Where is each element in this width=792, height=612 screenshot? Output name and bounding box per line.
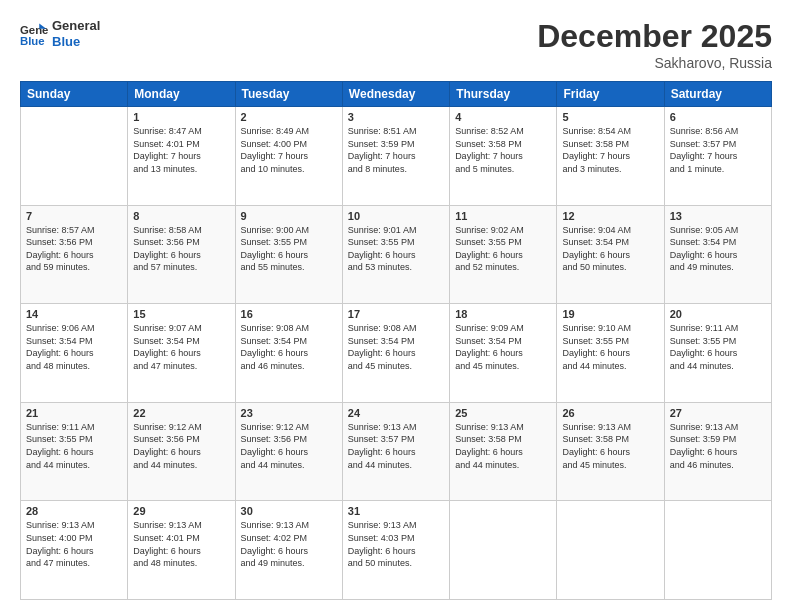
calendar-cell: [450, 501, 557, 600]
day-info: Sunrise: 9:08 AM Sunset: 3:54 PM Dayligh…: [241, 322, 337, 372]
subtitle: Sakharovo, Russia: [537, 55, 772, 71]
day-info: Sunrise: 9:13 AM Sunset: 4:01 PM Dayligh…: [133, 519, 229, 569]
header-day: Friday: [557, 82, 664, 107]
calendar-cell: 21Sunrise: 9:11 AM Sunset: 3:55 PM Dayli…: [21, 402, 128, 501]
calendar-cell: [664, 501, 771, 600]
day-number: 14: [26, 308, 122, 320]
day-number: 20: [670, 308, 766, 320]
calendar-cell: [557, 501, 664, 600]
day-info: Sunrise: 8:57 AM Sunset: 3:56 PM Dayligh…: [26, 224, 122, 274]
calendar-table: SundayMondayTuesdayWednesdayThursdayFrid…: [20, 81, 772, 600]
calendar-cell: 2Sunrise: 8:49 AM Sunset: 4:00 PM Daylig…: [235, 107, 342, 206]
day-number: 18: [455, 308, 551, 320]
day-number: 3: [348, 111, 444, 123]
calendar-week: 14Sunrise: 9:06 AM Sunset: 3:54 PM Dayli…: [21, 304, 772, 403]
day-info: Sunrise: 8:56 AM Sunset: 3:57 PM Dayligh…: [670, 125, 766, 175]
day-number: 28: [26, 505, 122, 517]
calendar-cell: 12Sunrise: 9:04 AM Sunset: 3:54 PM Dayli…: [557, 205, 664, 304]
day-info: Sunrise: 9:12 AM Sunset: 3:56 PM Dayligh…: [241, 421, 337, 471]
header-day: Wednesday: [342, 82, 449, 107]
day-info: Sunrise: 9:13 AM Sunset: 4:03 PM Dayligh…: [348, 519, 444, 569]
calendar-cell: 28Sunrise: 9:13 AM Sunset: 4:00 PM Dayli…: [21, 501, 128, 600]
calendar-cell: 9Sunrise: 9:00 AM Sunset: 3:55 PM Daylig…: [235, 205, 342, 304]
calendar-week: 1Sunrise: 8:47 AM Sunset: 4:01 PM Daylig…: [21, 107, 772, 206]
day-info: Sunrise: 8:49 AM Sunset: 4:00 PM Dayligh…: [241, 125, 337, 175]
day-number: 10: [348, 210, 444, 222]
day-info: Sunrise: 9:13 AM Sunset: 3:58 PM Dayligh…: [455, 421, 551, 471]
calendar-cell: [21, 107, 128, 206]
day-number: 17: [348, 308, 444, 320]
day-info: Sunrise: 9:10 AM Sunset: 3:55 PM Dayligh…: [562, 322, 658, 372]
day-info: Sunrise: 9:13 AM Sunset: 3:58 PM Dayligh…: [562, 421, 658, 471]
calendar-cell: 3Sunrise: 8:51 AM Sunset: 3:59 PM Daylig…: [342, 107, 449, 206]
calendar-week: 7Sunrise: 8:57 AM Sunset: 3:56 PM Daylig…: [21, 205, 772, 304]
day-number: 4: [455, 111, 551, 123]
day-info: Sunrise: 9:13 AM Sunset: 4:00 PM Dayligh…: [26, 519, 122, 569]
day-info: Sunrise: 8:47 AM Sunset: 4:01 PM Dayligh…: [133, 125, 229, 175]
day-info: Sunrise: 8:58 AM Sunset: 3:56 PM Dayligh…: [133, 224, 229, 274]
logo-line1: General: [52, 18, 100, 34]
logo-icon: General Blue: [20, 20, 48, 48]
day-info: Sunrise: 9:00 AM Sunset: 3:55 PM Dayligh…: [241, 224, 337, 274]
day-number: 6: [670, 111, 766, 123]
logo-line2: Blue: [52, 34, 100, 50]
day-number: 8: [133, 210, 229, 222]
day-number: 21: [26, 407, 122, 419]
calendar-cell: 6Sunrise: 8:56 AM Sunset: 3:57 PM Daylig…: [664, 107, 771, 206]
day-number: 11: [455, 210, 551, 222]
title-block: December 2025 Sakharovo, Russia: [537, 18, 772, 71]
calendar-cell: 24Sunrise: 9:13 AM Sunset: 3:57 PM Dayli…: [342, 402, 449, 501]
day-info: Sunrise: 9:13 AM Sunset: 3:57 PM Dayligh…: [348, 421, 444, 471]
calendar-cell: 8Sunrise: 8:58 AM Sunset: 3:56 PM Daylig…: [128, 205, 235, 304]
calendar-cell: 19Sunrise: 9:10 AM Sunset: 3:55 PM Dayli…: [557, 304, 664, 403]
day-number: 7: [26, 210, 122, 222]
day-number: 16: [241, 308, 337, 320]
header-row: SundayMondayTuesdayWednesdayThursdayFrid…: [21, 82, 772, 107]
day-number: 26: [562, 407, 658, 419]
calendar-week: 28Sunrise: 9:13 AM Sunset: 4:00 PM Dayli…: [21, 501, 772, 600]
logo: General Blue General Blue: [20, 18, 100, 49]
day-number: 12: [562, 210, 658, 222]
calendar-cell: 17Sunrise: 9:08 AM Sunset: 3:54 PM Dayli…: [342, 304, 449, 403]
calendar-cell: 7Sunrise: 8:57 AM Sunset: 3:56 PM Daylig…: [21, 205, 128, 304]
day-number: 24: [348, 407, 444, 419]
day-info: Sunrise: 9:07 AM Sunset: 3:54 PM Dayligh…: [133, 322, 229, 372]
day-info: Sunrise: 9:11 AM Sunset: 3:55 PM Dayligh…: [670, 322, 766, 372]
day-info: Sunrise: 9:12 AM Sunset: 3:56 PM Dayligh…: [133, 421, 229, 471]
day-info: Sunrise: 8:52 AM Sunset: 3:58 PM Dayligh…: [455, 125, 551, 175]
calendar-cell: 25Sunrise: 9:13 AM Sunset: 3:58 PM Dayli…: [450, 402, 557, 501]
header-day: Saturday: [664, 82, 771, 107]
day-info: Sunrise: 9:09 AM Sunset: 3:54 PM Dayligh…: [455, 322, 551, 372]
calendar-cell: 30Sunrise: 9:13 AM Sunset: 4:02 PM Dayli…: [235, 501, 342, 600]
day-info: Sunrise: 9:13 AM Sunset: 4:02 PM Dayligh…: [241, 519, 337, 569]
day-number: 5: [562, 111, 658, 123]
calendar-cell: 13Sunrise: 9:05 AM Sunset: 3:54 PM Dayli…: [664, 205, 771, 304]
calendar-week: 21Sunrise: 9:11 AM Sunset: 3:55 PM Dayli…: [21, 402, 772, 501]
calendar-cell: 16Sunrise: 9:08 AM Sunset: 3:54 PM Dayli…: [235, 304, 342, 403]
day-info: Sunrise: 9:11 AM Sunset: 3:55 PM Dayligh…: [26, 421, 122, 471]
page: General Blue General Blue December 2025 …: [0, 0, 792, 612]
day-number: 9: [241, 210, 337, 222]
day-info: Sunrise: 8:54 AM Sunset: 3:58 PM Dayligh…: [562, 125, 658, 175]
day-number: 25: [455, 407, 551, 419]
day-number: 23: [241, 407, 337, 419]
day-info: Sunrise: 9:02 AM Sunset: 3:55 PM Dayligh…: [455, 224, 551, 274]
day-number: 22: [133, 407, 229, 419]
calendar-cell: 22Sunrise: 9:12 AM Sunset: 3:56 PM Dayli…: [128, 402, 235, 501]
calendar-cell: 10Sunrise: 9:01 AM Sunset: 3:55 PM Dayli…: [342, 205, 449, 304]
header: General Blue General Blue December 2025 …: [20, 18, 772, 71]
day-number: 31: [348, 505, 444, 517]
calendar-cell: 15Sunrise: 9:07 AM Sunset: 3:54 PM Dayli…: [128, 304, 235, 403]
day-info: Sunrise: 9:13 AM Sunset: 3:59 PM Dayligh…: [670, 421, 766, 471]
calendar-cell: 31Sunrise: 9:13 AM Sunset: 4:03 PM Dayli…: [342, 501, 449, 600]
day-number: 2: [241, 111, 337, 123]
svg-text:Blue: Blue: [20, 34, 45, 46]
day-number: 15: [133, 308, 229, 320]
day-number: 1: [133, 111, 229, 123]
calendar-cell: 18Sunrise: 9:09 AM Sunset: 3:54 PM Dayli…: [450, 304, 557, 403]
month-title: December 2025: [537, 18, 772, 55]
day-info: Sunrise: 9:04 AM Sunset: 3:54 PM Dayligh…: [562, 224, 658, 274]
day-number: 29: [133, 505, 229, 517]
day-number: 27: [670, 407, 766, 419]
header-day: Sunday: [21, 82, 128, 107]
